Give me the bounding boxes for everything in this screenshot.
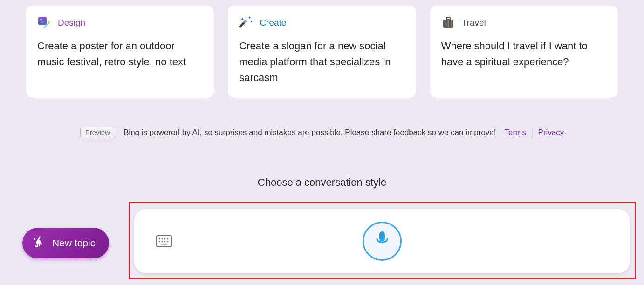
svg-rect-24 (379, 231, 385, 242)
svg-point-15 (159, 238, 160, 240)
svg-point-20 (162, 241, 163, 243)
suggestion-card-design[interactable]: Design Create a poster for an outdoor mu… (26, 6, 214, 98)
card-header: Travel (441, 16, 607, 30)
new-topic-label: New topic (52, 238, 95, 249)
keyboard-icon[interactable] (156, 235, 172, 247)
disclaimer-text: Bing is powered by AI, so surprises and … (123, 128, 496, 137)
svg-rect-14 (156, 236, 172, 247)
suggestion-card-create[interactable]: Create Create a slogan for a new social … (228, 6, 416, 98)
disclaimer-bar: Preview Bing is powered by AI, so surpri… (0, 127, 644, 138)
card-category-label: Design (58, 18, 85, 28)
suitcase-icon (441, 16, 455, 30)
new-topic-button[interactable]: New topic (22, 228, 109, 258)
broom-icon (33, 236, 46, 251)
card-header: Design (37, 16, 203, 30)
svg-point-18 (167, 238, 169, 240)
card-prompt-text: Create a poster for an outdoor music fes… (37, 38, 203, 70)
suggestion-card-travel[interactable]: Travel Where should I travel if I want t… (430, 6, 618, 98)
card-category-label: Create (260, 18, 286, 28)
svg-point-1 (40, 19, 42, 21)
preview-badge: Preview (80, 127, 115, 138)
card-header: Create (239, 16, 404, 30)
svg-rect-23 (161, 244, 167, 245)
card-prompt-text: Where should I travel if I want to have … (441, 38, 607, 70)
svg-point-16 (162, 238, 163, 240)
conversation-style-heading: Choose a conversation style (0, 176, 644, 189)
disclaimer-links: Terms | Privacy (504, 128, 564, 137)
card-prompt-text: Create a slogan for a new social media p… (239, 38, 404, 86)
card-category-label: Travel (462, 18, 486, 28)
svg-rect-7 (447, 20, 449, 28)
terms-link[interactable]: Terms (504, 128, 526, 137)
suggestion-cards-row: Design Create a poster for an outdoor mu… (0, 0, 644, 98)
svg-point-17 (164, 238, 166, 240)
svg-point-22 (167, 241, 169, 243)
svg-point-19 (159, 241, 160, 243)
svg-rect-9 (446, 17, 450, 20)
svg-point-21 (164, 241, 166, 243)
magic-wand-icon (239, 16, 253, 30)
link-separator: | (531, 128, 533, 137)
svg-rect-8 (451, 20, 452, 28)
microphone-button[interactable] (363, 222, 402, 261)
chat-input-bar[interactable] (134, 209, 630, 273)
privacy-link[interactable]: Privacy (538, 128, 564, 137)
design-icon (37, 16, 51, 30)
microphone-icon (374, 231, 391, 252)
svg-rect-6 (445, 20, 446, 28)
